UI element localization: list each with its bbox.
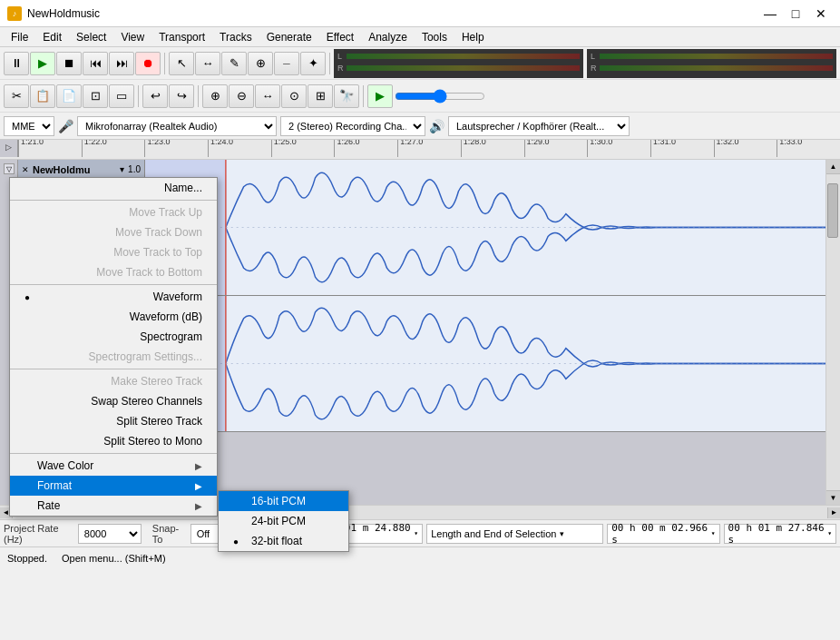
ctx-move-top-bullet [24, 248, 37, 258]
ctx-waveform-db-label: Waveform (dB) [130, 310, 202, 323]
ctx-format-bullet [24, 481, 37, 491]
ctx-move-up-label: Move Track Up [129, 206, 202, 219]
ctx-rate-label: Rate [37, 499, 60, 512]
context-menu: Name... Move Track Up Move Track Down Mo… [9, 177, 218, 517]
ctx-sep-2 [10, 284, 217, 285]
ctx-move-bottom-bullet [24, 268, 37, 278]
ctx-waveform-item[interactable]: ● Waveform [10, 287, 217, 307]
fmt-24bit-label: 24-bit PCM [251, 515, 306, 527]
ctx-move-down-item: Move Track Down [10, 222, 217, 242]
ctx-name-label: Name... [164, 182, 202, 194]
ctx-move-top-item: Move Track to Top [10, 242, 217, 262]
context-menu-overlay[interactable]: Name... Move Track Up Move Track Down Mo… [0, 0, 840, 640]
ctx-move-down-label: Move Track Down [115, 226, 202, 239]
ctx-make-stereo-label: Make Stereo Track [111, 375, 202, 388]
fmt-32bit-label: 32-bit float [251, 535, 302, 547]
ctx-split-stereo-item[interactable]: Split Stereo Track [10, 411, 217, 431]
ctx-format-content: Format [24, 479, 72, 492]
ctx-name-item[interactable]: Name... [10, 178, 217, 198]
ctx-make-stereo-item: Make Stereo Track [10, 371, 217, 391]
ctx-split-mono-label: Split Stereo to Mono [103, 435, 202, 448]
ctx-split-mono-bullet [24, 437, 37, 447]
ctx-spectrogram-label: Spectrogram [140, 330, 202, 343]
ctx-move-down-bullet [24, 228, 37, 238]
ctx-spec-settings-label: Spectrogram Settings... [89, 350, 202, 363]
ctx-format-item[interactable]: Format ▶ [10, 476, 217, 496]
ctx-spectrogram-bullet [24, 332, 37, 342]
ctx-move-up-item: Move Track Up [10, 202, 217, 222]
ctx-swap-stereo-bullet [24, 397, 37, 407]
ctx-rate-bullet [24, 501, 37, 511]
ctx-wave-color-arrow: ▶ [195, 461, 202, 471]
fmt-16bit-bullet [233, 497, 246, 507]
fmt-16bit-label: 16-bit PCM [251, 495, 306, 507]
ctx-move-bottom-label: Move Track to Bottom [96, 266, 202, 279]
ctx-move-top-label: Move Track to Top [113, 246, 202, 259]
ctx-spectrogram-settings-item: Spectrogram Settings... [10, 347, 217, 367]
ctx-waveform-bullet: ● [24, 292, 37, 302]
ctx-split-mono-item[interactable]: Split Stereo to Mono [10, 431, 217, 451]
ctx-sep-1 [10, 200, 217, 201]
ctx-rate-item[interactable]: Rate ▶ [10, 496, 217, 516]
ctx-wave-color-item[interactable]: Wave Color ▶ [10, 456, 217, 476]
ctx-waveform-db-item[interactable]: Waveform (dB) [10, 307, 217, 327]
ctx-rate-content: Rate [24, 499, 60, 512]
ctx-waveform-db-bullet [24, 312, 37, 322]
ctx-wave-color-label: Wave Color [37, 459, 93, 472]
fmt-24bit-bullet [233, 517, 246, 527]
ctx-split-stereo-label: Split Stereo Track [116, 415, 202, 428]
ctx-spectrogram-item[interactable]: Spectrogram [10, 327, 217, 347]
ctx-sep-3 [10, 369, 217, 369]
ctx-wave-color-bullet [24, 461, 37, 471]
ctx-name-bullet [24, 183, 37, 193]
ctx-format-arrow: ▶ [195, 481, 202, 491]
ctx-rate-arrow: ▶ [195, 501, 202, 511]
ctx-spec-settings-bullet [24, 352, 37, 362]
ctx-swap-stereo-label: Swap Stereo Channels [91, 395, 202, 408]
ctx-sep-4 [10, 453, 217, 454]
ctx-format-label: Format [37, 479, 72, 492]
fmt-24bit-item[interactable]: 24-bit PCM [219, 511, 348, 531]
ctx-waveform-label: Waveform [153, 290, 202, 303]
ctx-wave-color-content: Wave Color [24, 459, 93, 472]
ctx-split-stereo-bullet [24, 417, 37, 427]
fmt-32bit-item[interactable]: ● 32-bit float [219, 531, 348, 551]
ctx-move-up-bullet [24, 208, 37, 218]
ctx-make-stereo-bullet [24, 377, 37, 387]
ctx-move-bottom-item: Move Track to Bottom [10, 262, 217, 282]
ctx-swap-stereo-item[interactable]: Swap Stereo Channels [10, 391, 217, 411]
fmt-16bit-item[interactable]: 16-bit PCM [219, 491, 348, 511]
fmt-32bit-bullet: ● [233, 537, 246, 546]
format-submenu: 16-bit PCM 24-bit PCM ● 32-bit float [218, 490, 349, 552]
